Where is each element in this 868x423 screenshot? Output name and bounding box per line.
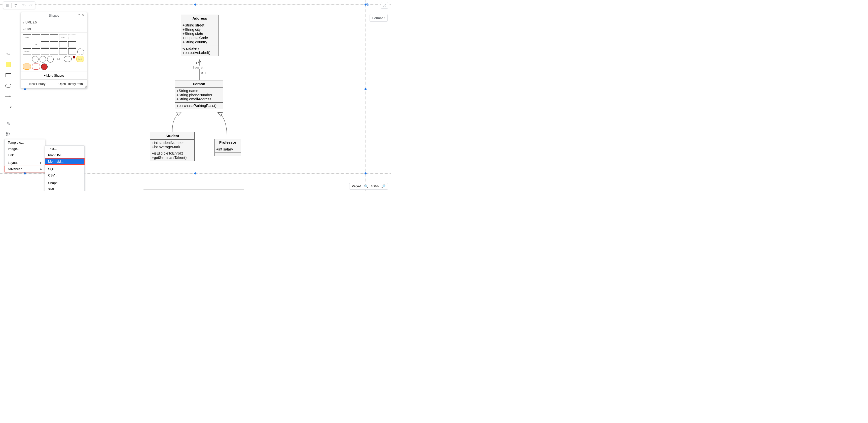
zoom-value[interactable]: 100%: [371, 185, 379, 188]
uml-ops: -validate() +outputAsLabel(): [181, 46, 218, 56]
open-library-button[interactable]: Open Library from: [54, 80, 87, 88]
uml-class-student[interactable]: Student +int studentNumber +int averageM…: [150, 132, 195, 161]
undo-button[interactable]: [21, 2, 27, 8]
share-button[interactable]: [381, 2, 388, 8]
shape-thumb[interactable]: [64, 56, 72, 62]
shapes-header: Shapes ⌃ ✕: [21, 12, 87, 19]
uml-class-professor[interactable]: Professor +int salary: [215, 139, 241, 156]
more-shapes-button[interactable]: + More Shapes: [21, 72, 87, 79]
hamburger-menu-button[interactable]: [4, 2, 11, 8]
page-handle[interactable]: [24, 88, 26, 90]
shape-thumb[interactable]: [41, 41, 49, 47]
shape-thumb[interactable]: [23, 56, 31, 62]
menu-item-mermaid[interactable]: Mermaid...: [45, 158, 84, 165]
svg-rect-5: [6, 135, 8, 136]
redo-button[interactable]: [27, 2, 34, 8]
shape-thumb[interactable]: [68, 48, 76, 54]
shape-thumb[interactable]: [41, 48, 49, 54]
menu-item-layout[interactable]: Layout▶: [5, 160, 45, 166]
menu-separator: [45, 165, 84, 165]
chevron-down-icon: ▾: [23, 28, 24, 31]
chevron-right-icon: ▸: [23, 22, 24, 24]
menu-item-advanced[interactable]: Advanced▶: [5, 166, 45, 172]
page-handle[interactable]: [194, 3, 196, 5]
menu-item-sql[interactable]: SQL...: [45, 166, 84, 172]
shape-thumb[interactable]: ☺: [55, 56, 63, 62]
shape-thumb[interactable]: Title: [32, 41, 40, 47]
shape-thumb[interactable]: [23, 44, 31, 45]
chevron-down-icon: ▾: [384, 17, 385, 19]
chevron-right-icon: ▶: [40, 162, 42, 164]
shape-thumb[interactable]: [73, 56, 75, 58]
shape-thumb[interactable]: [50, 41, 58, 47]
freehand-tool[interactable]: ✎: [4, 120, 12, 127]
shape-thumb[interactable]: Activity: [76, 56, 84, 62]
shape-thumb[interactable]: [32, 63, 40, 69]
shape-thumb[interactable]: [50, 34, 58, 40]
shape-thumb[interactable]: + item: [59, 34, 67, 40]
menu-item-text[interactable]: Text...: [45, 146, 84, 152]
shapes-section-uml25[interactable]: ▸UML 2.5: [21, 19, 87, 26]
shape-thumb[interactable]: [41, 63, 48, 70]
arrow-tool[interactable]: [4, 103, 12, 110]
uml-title: Professor: [215, 139, 241, 146]
close-icon[interactable]: ✕: [82, 13, 85, 17]
shape-thumb[interactable]: [50, 48, 58, 54]
rotate-handle-icon[interactable]: ↻: [366, 2, 369, 6]
delete-button[interactable]: [12, 2, 19, 8]
multiplicity-1: 1: [195, 61, 197, 64]
uml-class-person[interactable]: Person +String name +String phoneNumber …: [175, 80, 223, 109]
text-tool[interactable]: Text: [4, 50, 12, 57]
shape-thumb[interactable]: [41, 34, 49, 40]
page-handle[interactable]: [365, 88, 367, 90]
page-handle[interactable]: [194, 172, 196, 174]
menu-item-image[interactable]: Image...: [5, 146, 45, 152]
shape-thumb[interactable]: [47, 56, 54, 62]
menu-item-link[interactable]: Link...: [5, 152, 45, 158]
shape-thumb[interactable]: [68, 41, 76, 47]
new-library-button[interactable]: New Library: [21, 80, 54, 88]
menu-separator: [5, 159, 45, 159]
zoom-in-icon[interactable]: 🔎: [381, 184, 385, 188]
menu-item-csv[interactable]: CSV...: [45, 172, 84, 178]
menu-item-template[interactable]: Template...: [5, 139, 45, 146]
shape-thumb[interactable]: [39, 56, 46, 62]
sticky-note-tool[interactable]: [4, 61, 12, 68]
rectangle-tool[interactable]: [4, 72, 12, 79]
shape-thumb[interactable]: [59, 48, 67, 54]
shape-thumb[interactable]: package: [23, 48, 31, 54]
menu-item-xml[interactable]: XML...: [45, 186, 84, 191]
horizontal-scrollbar[interactable]: [144, 189, 244, 190]
pencil-icon: ✎: [7, 121, 10, 126]
library-buttons: New Library Open Library from: [21, 79, 87, 88]
shape-thumb[interactable]: [32, 48, 40, 54]
zoom-out-icon[interactable]: 🔍: [364, 184, 368, 188]
shape-thumb[interactable]: Object: [23, 34, 31, 40]
uml-class-address[interactable]: Address +String street +String city +Str…: [181, 15, 219, 56]
shape-thumb[interactable]: [68, 34, 76, 40]
page-handle[interactable]: [365, 172, 367, 174]
ellipse-tool[interactable]: [4, 82, 12, 89]
shape-thumb[interactable]: [32, 56, 38, 62]
shapes-section-uml[interactable]: ▾UML: [21, 26, 87, 33]
resize-grip-icon[interactable]: ◢: [85, 85, 87, 88]
shape-thumb[interactable]: [23, 63, 31, 69]
uml-attrs: +String name +String phoneNumber +String…: [175, 88, 223, 103]
shape-thumb[interactable]: [49, 63, 57, 69]
svg-rect-6: [9, 135, 10, 136]
svg-rect-3: [6, 132, 8, 134]
menu-item-plantuml[interactable]: PlantUML...: [45, 152, 84, 158]
shape-thumb[interactable]: [32, 34, 40, 40]
svg-rect-4: [9, 132, 10, 134]
edge-label-lives-at[interactable]: lives at: [193, 65, 204, 69]
collapse-icon[interactable]: ⌃: [78, 13, 80, 17]
shape-thumb[interactable]: [59, 41, 67, 47]
page-label[interactable]: Page-1: [352, 185, 362, 188]
format-button[interactable]: Format▾: [370, 14, 388, 22]
line-tool[interactable]: [4, 93, 12, 100]
shape-thumb[interactable]: [77, 48, 84, 55]
bottom-bar: Page-1 🔍 100% 🔎: [349, 183, 388, 190]
waypoints-tool[interactable]: [4, 131, 12, 138]
menu-item-shape[interactable]: Shape...: [45, 180, 84, 186]
page-handle[interactable]: [24, 172, 26, 174]
